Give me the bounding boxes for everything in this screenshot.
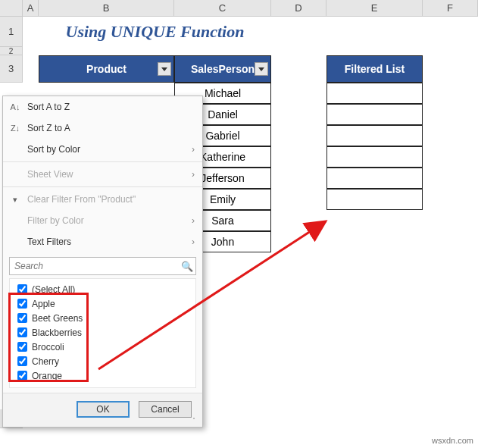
checkbox[interactable] bbox=[17, 327, 27, 337]
cell-filtered-1[interactable] bbox=[326, 83, 423, 104]
checkbox[interactable] bbox=[17, 284, 27, 294]
filter-item-label: (Select All) bbox=[32, 284, 75, 295]
sort-by-color[interactable]: Sort by Color › bbox=[3, 139, 202, 160]
resize-grip-icon[interactable] bbox=[193, 418, 201, 425]
watermark: wsxdn.com bbox=[432, 436, 473, 445]
sort-za[interactable]: Z↓ Sort Z to A bbox=[3, 117, 202, 139]
filter-dropdown: A↓ Sort A to Z Z↓ Sort Z to A Sort by Co… bbox=[2, 96, 203, 428]
row-header-1[interactable]: 1 bbox=[0, 17, 23, 47]
filter-by-color: Filter by Color › bbox=[3, 210, 202, 231]
sheet-view: Sheet View › bbox=[3, 164, 202, 185]
col-header-A[interactable]: A bbox=[23, 0, 39, 17]
cell-filtered-2[interactable] bbox=[326, 104, 423, 125]
row-header-2[interactable]: 2 bbox=[0, 47, 23, 55]
filter-item-blackberries[interactable]: Blackberries bbox=[16, 325, 192, 340]
page-title: Using UNIQUE Function bbox=[39, 17, 271, 47]
sheet-view-label: Sheet View bbox=[27, 169, 73, 180]
header-product-label: Product bbox=[86, 63, 127, 75]
sort-za-label: Sort Z to A bbox=[27, 123, 70, 133]
sort-by-color-label: Sort by Color bbox=[27, 144, 80, 155]
checkbox[interactable] bbox=[17, 356, 27, 366]
filter-item-label: Apple bbox=[32, 299, 55, 309]
cell-filtered-3[interactable] bbox=[326, 125, 423, 146]
filter-item-list: (Select All) Apple Beet Greens Blackberr… bbox=[9, 278, 196, 388]
filter-button-salesperson[interactable] bbox=[255, 62, 268, 76]
filter-search[interactable]: 🔍 bbox=[9, 257, 196, 275]
checkbox[interactable] bbox=[17, 299, 27, 309]
text-filters[interactable]: Text Filters › bbox=[3, 231, 202, 252]
cell-filtered-5[interactable] bbox=[326, 168, 423, 189]
filter-item-label: Cherry bbox=[32, 356, 59, 367]
row-header-3[interactable]: 3 bbox=[0, 55, 23, 83]
col-header-B[interactable]: B bbox=[39, 0, 174, 17]
clear-filter: ▾ Clear Filter From "Product" bbox=[3, 189, 202, 210]
chevron-right-icon: › bbox=[192, 237, 195, 247]
select-all-corner[interactable] bbox=[0, 0, 23, 17]
chevron-right-icon: › bbox=[192, 144, 195, 155]
separator bbox=[3, 186, 202, 187]
filter-item-label: Blackberries bbox=[32, 327, 82, 338]
sort-az[interactable]: A↓ Sort A to Z bbox=[3, 96, 202, 117]
col-header-C[interactable]: C bbox=[174, 0, 271, 17]
filter-item-apple[interactable]: Apple bbox=[16, 296, 192, 311]
checkbox[interactable] bbox=[17, 313, 27, 323]
cell-filtered-4[interactable] bbox=[326, 146, 423, 168]
row-headers: 1 2 3 bbox=[0, 17, 23, 83]
column-headers: A B C D E F bbox=[0, 0, 478, 17]
clear-filter-label: Clear Filter From "Product" bbox=[27, 194, 136, 205]
header-filtered-label: Filtered List bbox=[345, 63, 405, 75]
cancel-button[interactable]: Cancel bbox=[139, 401, 192, 418]
filter-by-color-label: Filter by Color bbox=[27, 215, 84, 226]
sort-az-label: Sort A to Z bbox=[27, 102, 70, 112]
filter-item-beet-greens[interactable]: Beet Greens bbox=[16, 311, 192, 325]
filter-button-product[interactable] bbox=[158, 62, 171, 76]
filter-item-label: Orange bbox=[32, 371, 62, 381]
filter-item-orange[interactable]: Orange bbox=[16, 368, 192, 383]
filter-item-cherry[interactable]: Cherry bbox=[16, 354, 192, 368]
filter-item-label: Beet Greens bbox=[32, 313, 83, 324]
filter-item-label: Broccoli bbox=[32, 342, 64, 352]
sort-az-icon: A↓ bbox=[9, 101, 21, 113]
checkbox[interactable] bbox=[17, 371, 27, 381]
chevron-right-icon: › bbox=[192, 169, 195, 180]
search-icon: 🔍 bbox=[179, 261, 195, 272]
header-product[interactable]: Product bbox=[39, 55, 174, 83]
chevron-right-icon: › bbox=[192, 215, 195, 226]
header-filtered-list[interactable]: Filtered List bbox=[326, 55, 423, 83]
header-salesperson[interactable]: SalesPerson bbox=[174, 55, 271, 83]
col-header-D[interactable]: D bbox=[271, 0, 326, 17]
separator bbox=[3, 161, 202, 162]
filter-item-broccoli[interactable]: Broccoli bbox=[16, 340, 192, 354]
text-filters-label: Text Filters bbox=[27, 237, 71, 247]
cell-filtered-6[interactable] bbox=[326, 189, 423, 210]
ok-button[interactable]: OK bbox=[77, 401, 130, 418]
col-header-F[interactable]: F bbox=[423, 0, 478, 17]
header-salesperson-label: SalesPerson bbox=[191, 63, 255, 75]
sort-za-icon: Z↓ bbox=[9, 122, 21, 134]
checkbox[interactable] bbox=[17, 342, 27, 352]
col-header-E[interactable]: E bbox=[326, 0, 423, 17]
filter-item-select-all[interactable]: (Select All) bbox=[16, 282, 192, 296]
filter-search-input[interactable] bbox=[10, 261, 179, 271]
clear-filter-icon: ▾ bbox=[9, 193, 21, 205]
dropdown-buttons: OK Cancel bbox=[3, 393, 202, 427]
